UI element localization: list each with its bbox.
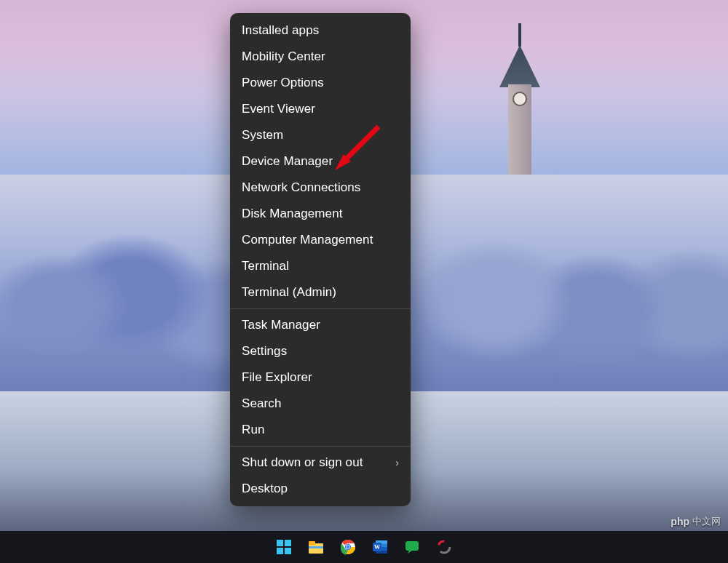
menu-item-label: Device Manager	[242, 154, 333, 169]
svg-rect-3	[285, 540, 291, 546]
menu-item-label: Power Options	[242, 76, 324, 90]
chrome-icon[interactable]	[339, 538, 357, 556]
clock-tower	[502, 26, 537, 193]
svg-rect-4	[277, 548, 283, 554]
svg-rect-20	[405, 541, 419, 551]
menu-item-label: Disk Management	[242, 207, 343, 221]
menu-item-mobility-center[interactable]: Mobility Center	[230, 44, 411, 70]
chevron-right-icon: ›	[395, 457, 399, 468]
menu-item-desktop[interactable]: Desktop	[230, 476, 411, 502]
menu-item-network-connections[interactable]: Network Connections	[230, 175, 411, 201]
start-icon[interactable]	[275, 538, 293, 556]
menu-item-label: Settings	[242, 344, 287, 359]
menu-item-settings[interactable]: Settings	[230, 338, 411, 364]
menu-item-label: Installed apps	[242, 23, 319, 38]
menu-item-label: Desktop	[242, 482, 288, 496]
menu-item-disk-management[interactable]: Disk Management	[230, 201, 411, 227]
menu-item-label: Computer Management	[242, 233, 373, 247]
menu-item-event-viewer[interactable]: Event Viewer	[230, 96, 411, 122]
watermark-text: 中文网	[692, 515, 721, 528]
svg-rect-5	[285, 548, 291, 554]
menu-item-system[interactable]: System	[230, 122, 411, 148]
spinner-icon[interactable]	[435, 538, 453, 556]
menu-item-label: Network Connections	[242, 180, 360, 195]
menu-item-file-explorer[interactable]: File Explorer	[230, 364, 411, 391]
menu-item-run[interactable]: Run	[230, 417, 411, 443]
menu-item-label: Shut down or sign out	[242, 455, 363, 470]
menu-item-label: System	[242, 128, 283, 143]
watermark-brand: php	[670, 516, 689, 527]
svg-rect-7	[309, 541, 315, 545]
menu-item-shut-down-sign-out[interactable]: Shut down or sign out ›	[230, 450, 411, 476]
menu-item-label: Event Viewer	[242, 102, 315, 116]
menu-item-label: Search	[242, 396, 281, 411]
menu-item-power-options[interactable]: Power Options	[230, 70, 411, 96]
menu-item-search[interactable]: Search	[230, 391, 411, 417]
menu-item-label: Mobility Center	[242, 49, 325, 64]
svg-point-12	[347, 546, 350, 549]
word-icon[interactable]: W	[371, 538, 389, 556]
svg-rect-2	[277, 540, 283, 546]
menu-item-label: File Explorer	[242, 370, 312, 385]
menu-item-terminal-admin[interactable]: Terminal (Admin)	[230, 279, 411, 306]
menu-item-label: Run	[242, 423, 265, 437]
menu-separator	[230, 308, 411, 309]
menu-separator	[230, 446, 411, 447]
chat-icon[interactable]	[403, 538, 421, 556]
menu-item-label: Task Manager	[242, 318, 320, 332]
menu-item-label: Terminal	[242, 259, 289, 273]
menu-item-label: Terminal (Admin)	[242, 285, 336, 300]
menu-item-terminal[interactable]: Terminal	[230, 253, 411, 279]
watermark: php 中文网	[670, 515, 721, 528]
winx-context-menu: Installed apps Mobility Center Power Opt…	[230, 13, 411, 506]
svg-rect-8	[309, 546, 323, 548]
menu-item-task-manager[interactable]: Task Manager	[230, 312, 411, 338]
menu-item-installed-apps[interactable]: Installed apps	[230, 17, 411, 44]
svg-text:W: W	[374, 544, 380, 551]
menu-item-computer-management[interactable]: Computer Management	[230, 227, 411, 253]
taskbar: W	[0, 531, 728, 563]
menu-item-device-manager[interactable]: Device Manager	[230, 148, 411, 175]
file-explorer-icon[interactable]	[307, 538, 325, 556]
